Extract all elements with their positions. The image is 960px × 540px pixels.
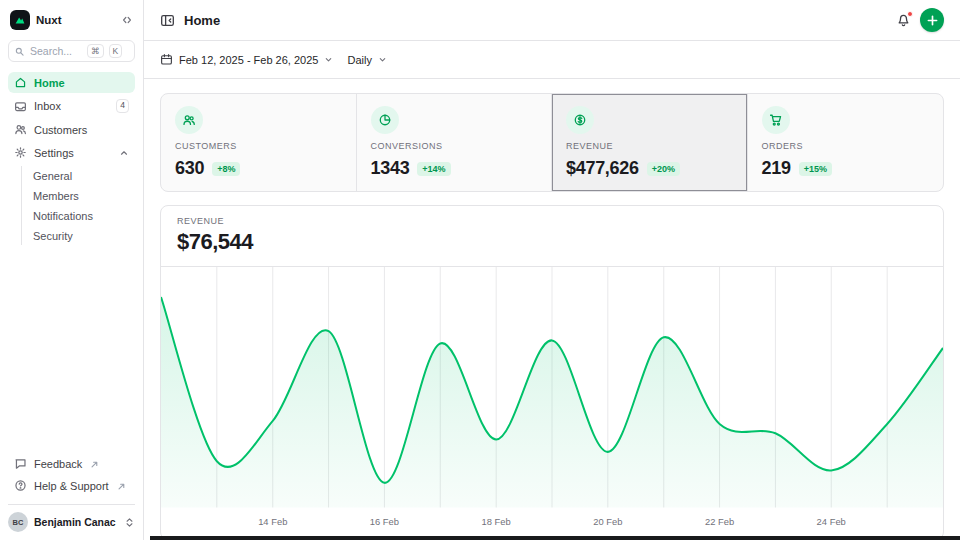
sidebar-item-label: Customers [34, 124, 87, 136]
chevron-down-icon [324, 55, 333, 64]
sidebar-item-label: Settings [34, 147, 74, 159]
stat-delta-badge: +20% [647, 162, 680, 176]
feedback-link[interactable]: Feedback [8, 453, 135, 474]
chart-metric-value: $76,544 [177, 229, 927, 255]
granularity-select[interactable]: Daily [347, 54, 386, 66]
sidebar-item-label: Home [34, 77, 65, 89]
subitem-label: Notifications [33, 210, 93, 222]
sidebar-header: Nuxt [8, 8, 135, 36]
date-range-picker[interactable]: Feb 12, 2025 - Feb 26, 2025 [160, 53, 333, 66]
sidebar-subitem-general[interactable]: General [22, 166, 135, 185]
inbox-icon [14, 100, 27, 113]
stat-value: 1343 [371, 158, 410, 179]
avatar: BC [8, 512, 28, 532]
chevrons-up-down-icon [124, 517, 135, 528]
sidebar-item-home[interactable]: Home [8, 72, 135, 93]
stat-card-revenue[interactable]: REVENUE $477,626 +20% [552, 94, 748, 191]
stat-delta-badge: +15% [799, 162, 832, 176]
notifications-button[interactable] [896, 13, 911, 28]
stat-delta-badge: +8% [212, 162, 240, 176]
revenue-chart-card: REVENUE $76,544 14 Feb16 Feb18 Feb20 Feb… [160, 205, 944, 540]
sidebar-spacer [8, 246, 135, 453]
users-icon [14, 123, 27, 136]
filters-toolbar: Feb 12, 2025 - Feb 26, 2025 Daily [144, 41, 960, 79]
chart-pie-icon [371, 106, 399, 134]
sidebar-nav: Home Inbox 4 Customers Settings [8, 72, 135, 246]
inbox-count-badge: 4 [116, 99, 129, 113]
sidebar: Nuxt ⌘ K Home Inb [0, 0, 144, 540]
svg-text:18 Feb: 18 Feb [482, 516, 511, 527]
subitem-label: Security [33, 230, 73, 242]
footer-link-label: Feedback [34, 458, 82, 470]
calendar-icon [160, 53, 173, 66]
external-link-icon [91, 458, 98, 470]
page-header: Home [144, 0, 960, 41]
stat-label: ORDERS [762, 141, 930, 151]
stat-delta-badge: +14% [417, 162, 450, 176]
svg-text:16 Feb: 16 Feb [370, 516, 399, 527]
home-icon [14, 76, 27, 89]
svg-text:14 Feb: 14 Feb [258, 516, 287, 527]
sidebar-subitem-security[interactable]: Security [22, 226, 135, 245]
sidebar-item-label: Inbox [34, 100, 61, 112]
nuxt-logo-icon [10, 10, 30, 30]
stats-row: CUSTOMERS 630 +8% CONVERSIONS 1343 +14% [160, 93, 944, 192]
chevron-down-icon [378, 55, 387, 64]
sidebar-item-inbox[interactable]: Inbox 4 [8, 95, 135, 117]
svg-text:20 Feb: 20 Feb [593, 516, 622, 527]
svg-text:22 Feb: 22 Feb [705, 516, 734, 527]
revenue-area-chart[interactable]: 14 Feb16 Feb18 Feb20 Feb22 Feb24 Feb [161, 267, 943, 539]
gear-icon [14, 146, 27, 159]
users-icon [175, 106, 203, 134]
kbd-cmd: ⌘ [87, 44, 104, 58]
notification-dot [907, 11, 913, 17]
help-support-link[interactable]: Help & Support [8, 475, 135, 496]
sidebar-footer: Feedback Help & Support [8, 453, 135, 500]
chevron-up-icon [119, 148, 129, 158]
sidebar-item-settings[interactable]: Settings [8, 142, 135, 163]
user-menu[interactable]: BC Benjamin Canac [8, 504, 135, 532]
search-icon [14, 46, 25, 57]
message-icon [14, 457, 27, 470]
main-panel: Home Feb 12, 2025 - Feb 26, 2025 [144, 0, 960, 540]
sidebar-subitem-notifications[interactable]: Notifications [22, 206, 135, 225]
chart-header: REVENUE $76,544 [161, 206, 943, 267]
footer-link-label: Help & Support [34, 480, 109, 492]
stat-card-conversions[interactable]: CONVERSIONS 1343 +14% [357, 94, 553, 191]
cart-icon [762, 106, 790, 134]
add-button[interactable] [920, 8, 944, 32]
subitem-label: Members [33, 190, 79, 202]
dollar-circle-icon [566, 106, 594, 134]
granularity-label: Daily [347, 54, 371, 66]
svg-text:24 Feb: 24 Feb [817, 516, 846, 527]
search-input[interactable] [30, 45, 82, 57]
chart-metric-label: REVENUE [177, 216, 927, 226]
stat-label: CUSTOMERS [175, 141, 342, 151]
workspace-title: Nuxt [36, 14, 115, 26]
stat-value: 219 [762, 158, 791, 179]
collapse-sidebar-icon[interactable] [121, 14, 133, 26]
page-title: Home [184, 13, 220, 28]
stat-value: $477,626 [566, 158, 639, 179]
user-name: Benjamin Canac [34, 516, 118, 528]
settings-subnav: General Members Notifications Security [21, 166, 135, 245]
stat-value: 630 [175, 158, 204, 179]
horizontal-scrollbar[interactable] [150, 536, 960, 540]
kbd-k: K [109, 44, 123, 58]
subitem-label: General [33, 170, 72, 182]
question-circle-icon [14, 479, 27, 492]
stat-label: REVENUE [566, 141, 733, 151]
stat-label: CONVERSIONS [371, 141, 538, 151]
sidebar-toggle-icon[interactable] [160, 13, 175, 28]
sidebar-subitem-members[interactable]: Members [22, 186, 135, 205]
stat-card-orders[interactable]: ORDERS 219 +15% [748, 94, 944, 191]
external-link-icon [118, 480, 125, 492]
stat-card-customers[interactable]: CUSTOMERS 630 +8% [161, 94, 357, 191]
date-range-label: Feb 12, 2025 - Feb 26, 2025 [179, 54, 318, 66]
search-box[interactable]: ⌘ K [8, 40, 135, 62]
app-window: Nuxt ⌘ K Home Inb [0, 0, 960, 540]
sidebar-item-customers[interactable]: Customers [8, 119, 135, 140]
dashboard-content: CUSTOMERS 630 +8% CONVERSIONS 1343 +14% [144, 79, 960, 540]
